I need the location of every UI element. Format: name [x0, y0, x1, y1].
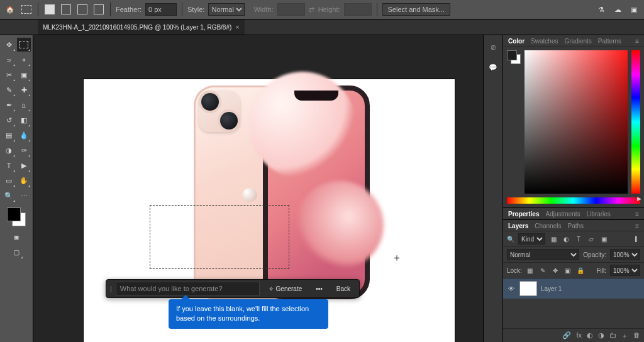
stamp-tool-icon[interactable]: ⩍: [17, 98, 31, 112]
arrange-icon[interactable]: ▣: [628, 3, 640, 16]
collapsed-panel-dock: ⎚ 💬: [483, 35, 503, 342]
layers-panel-menu-icon[interactable]: ≡: [635, 223, 639, 229]
filter-smart-icon[interactable]: ▣: [599, 234, 608, 243]
pen-tool-icon[interactable]: ✑: [17, 143, 31, 157]
tab-patterns[interactable]: Patterns: [598, 38, 621, 45]
marquee-tool-indicator-icon[interactable]: [20, 3, 33, 16]
layers-footer: 🔗 fx ◐ ◑ 🗀 ＋ 🗑: [503, 328, 644, 342]
color-field[interactable]: [525, 50, 628, 194]
blur-tool-icon[interactable]: 💧: [17, 128, 31, 142]
blend-mode-select[interactable]: Normal: [507, 249, 579, 260]
width-label: Width:: [253, 6, 273, 13]
screen-mode-icon[interactable]: ▢: [9, 245, 23, 259]
zoom-tool-icon[interactable]: 🔍: [2, 189, 16, 202]
move-tool-icon[interactable]: ✥: [2, 38, 16, 52]
path-select-tool-icon[interactable]: ▶: [17, 158, 31, 172]
tab-swatches[interactable]: Swatches: [531, 38, 558, 45]
filter-type-icon[interactable]: T: [574, 234, 583, 243]
genfill-back-button[interactable]: Back: [331, 282, 355, 295]
filter-pixel-icon[interactable]: ▦: [549, 234, 558, 243]
layer-thumbnail[interactable]: [519, 281, 537, 296]
tab-adjustments[interactable]: Adjustments: [545, 211, 580, 218]
subtract-selection-icon[interactable]: [76, 3, 89, 16]
tab-gradients[interactable]: Gradients: [564, 38, 591, 45]
generative-fill-bar: | ✧ Generate ••• Back: [106, 279, 360, 298]
edit-toolbar-icon[interactable]: ⋯: [17, 189, 31, 202]
eraser-tool-icon[interactable]: ◧: [17, 113, 31, 127]
home-icon[interactable]: 🏠: [4, 3, 16, 16]
layer-filter-select[interactable]: Kind: [518, 233, 545, 245]
shape-tool-icon[interactable]: ▭: [2, 174, 16, 187]
color-panel-menu-icon[interactable]: ≡: [635, 38, 639, 45]
fill-select[interactable]: 100%: [610, 265, 640, 276]
tab-color[interactable]: Color: [508, 38, 525, 45]
visibility-toggle-icon[interactable]: 👁: [507, 285, 516, 292]
filter-shape-icon[interactable]: ▱: [587, 234, 596, 243]
generate-button[interactable]: ✧ Generate: [264, 282, 308, 295]
lock-artboard-icon[interactable]: ▣: [564, 266, 572, 275]
new-group-icon[interactable]: 🗀: [609, 331, 616, 341]
cloud-icon[interactable]: ☁: [611, 3, 624, 16]
close-tab-icon[interactable]: ×: [235, 23, 239, 31]
dodge-tool-icon[interactable]: ◑: [2, 143, 16, 157]
fg-bg-swatch[interactable]: [7, 207, 26, 226]
beaker-icon[interactable]: ⚗: [595, 3, 608, 16]
feather-input[interactable]: [145, 3, 177, 16]
selection-marquee[interactable]: [150, 205, 289, 269]
document-canvas[interactable]: ＋ | ✧ Generate ••• Back If you leave thi…: [84, 79, 455, 342]
canvas-area[interactable]: ＋ | ✧ Generate ••• Back If you leave thi…: [33, 35, 483, 342]
document-tab[interactable]: MLK23HN-A_1_20210916014905.PNG @ 100% (L…: [38, 19, 245, 35]
delete-layer-icon[interactable]: 🗑: [633, 331, 640, 341]
layer-fx-icon[interactable]: fx: [576, 331, 582, 341]
hand-tool-icon[interactable]: ✋: [17, 174, 31, 187]
intersect-selection-icon[interactable]: [92, 3, 105, 16]
dock-comments-icon[interactable]: 💬: [487, 62, 499, 73]
lock-position-icon[interactable]: ✥: [551, 266, 560, 275]
tab-channels[interactable]: Channels: [535, 223, 561, 229]
tab-properties[interactable]: Properties: [508, 211, 539, 218]
history-brush-tool-icon[interactable]: ↺: [2, 113, 16, 127]
options-bar: 🏠 Feather: Style: Normal Width: ⇄ Height…: [0, 0, 644, 19]
quick-mask-icon[interactable]: ◙: [9, 230, 23, 244]
height-input: [344, 3, 372, 16]
tab-libraries[interactable]: Libraries: [587, 211, 611, 218]
hue-slider[interactable]: [507, 197, 640, 204]
gradient-tool-icon[interactable]: ▤: [2, 128, 16, 142]
genfill-more-icon[interactable]: •••: [311, 282, 328, 295]
crop-tool-icon[interactable]: ✂: [2, 68, 16, 82]
properties-panel-menu-icon[interactable]: ≡: [635, 211, 639, 218]
filter-toggle-icon[interactable]: ⏽: [631, 234, 640, 243]
heal-tool-icon[interactable]: ✚: [17, 83, 31, 97]
type-tool-icon[interactable]: T: [2, 158, 16, 172]
style-select[interactable]: Normal: [208, 3, 245, 16]
generative-prompt-input[interactable]: [116, 282, 260, 295]
quick-select-tool-icon[interactable]: ⌖: [17, 53, 31, 67]
hue-strip[interactable]: [631, 50, 640, 194]
layer-item[interactable]: 👁 Layer 1: [503, 279, 644, 299]
add-selection-icon[interactable]: [60, 3, 72, 16]
filter-adjust-icon[interactable]: ◐: [562, 234, 570, 243]
layer-name[interactable]: Layer 1: [541, 285, 562, 292]
new-selection-icon[interactable]: [43, 3, 56, 16]
brush-tool-icon[interactable]: ✒: [2, 98, 16, 112]
select-and-mask-button[interactable]: Select and Mask...: [382, 3, 451, 16]
lock-all-icon[interactable]: 🔒: [576, 266, 585, 275]
fill-label: Fill:: [596, 267, 606, 274]
marquee-tool-icon[interactable]: [17, 38, 31, 52]
color-panel-swatch[interactable]: [507, 50, 521, 64]
frame-tool-icon[interactable]: ▣: [17, 68, 31, 82]
document-tab-title: MLK23HN-A_1_20210916014905.PNG @ 100% (L…: [43, 24, 231, 31]
document-tab-strip: MLK23HN-A_1_20210916014905.PNG @ 100% (L…: [0, 19, 644, 35]
tab-layers[interactable]: Layers: [508, 223, 528, 229]
lock-transparent-icon[interactable]: ▦: [526, 266, 535, 275]
new-adjustment-icon[interactable]: ◑: [598, 331, 604, 341]
link-layers-icon[interactable]: 🔗: [562, 331, 571, 341]
opacity-select[interactable]: 100%: [610, 249, 640, 260]
new-layer-icon[interactable]: ＋: [621, 331, 628, 341]
tab-paths[interactable]: Paths: [568, 223, 584, 229]
dock-histogram-icon[interactable]: ⎚: [487, 41, 499, 53]
lasso-tool-icon[interactable]: ⟉: [2, 53, 16, 67]
layer-mask-icon[interactable]: ◐: [587, 331, 593, 341]
eyedropper-tool-icon[interactable]: ✎: [2, 83, 16, 97]
lock-pixels-icon[interactable]: ✎: [538, 266, 547, 275]
